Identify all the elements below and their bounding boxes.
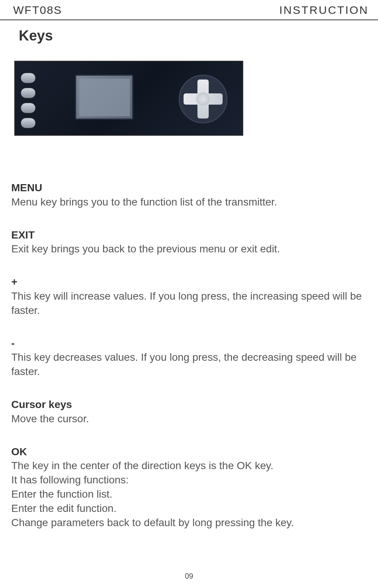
side-button-icon: [21, 118, 36, 128]
device-dpad: [179, 75, 227, 123]
section-ok-body-2: It has following functions:: [11, 473, 369, 487]
section-ok-body-5: Change parameters back to default by lon…: [11, 516, 369, 530]
section-minus: - This key decreases values. If you long…: [11, 336, 369, 379]
section-menu: MENU Menu key brings you to the function…: [11, 181, 369, 209]
section-exit-title: EXIT: [11, 228, 369, 242]
section-cursor-body: Move the cursor.: [11, 412, 369, 426]
page-content: Keys MENU Menu key brings you to the fun…: [0, 28, 378, 530]
device-photo: [14, 61, 243, 136]
section-plus: + This key will increase values. If you …: [11, 275, 369, 317]
section-ok-body-1: The key in the center of the direction k…: [11, 459, 369, 473]
section-minus-title: -: [11, 336, 369, 351]
section-ok-body-3: Enter the function list.: [11, 487, 369, 501]
section-menu-body: Menu key brings you to the function list…: [11, 195, 369, 209]
section-cursor-title: Cursor keys: [11, 398, 369, 412]
screen-content-icon: [79, 79, 130, 116]
page-number: 09: [185, 572, 193, 580]
page-header: WFT08S INSTRUCTION: [0, 0, 378, 20]
section-menu-title: MENU: [11, 181, 369, 195]
section-ok-body-4: Enter the edit function.: [11, 501, 369, 516]
section-plus-title: +: [11, 275, 369, 289]
section-cursor: Cursor keys Move the cursor.: [11, 398, 369, 426]
section-minus-body: This key decreases values. If you long p…: [11, 350, 369, 379]
section-plus-body: This key will increase values. If you lo…: [11, 289, 369, 318]
device-lcd-screen: [75, 75, 133, 120]
side-button-icon: [21, 103, 36, 113]
header-section: INSTRUCTION: [279, 4, 369, 16]
device-side-buttons: [21, 73, 36, 128]
section-exit-body: Exit key brings you back to the previous…: [11, 242, 369, 256]
section-ok-title: OK: [11, 445, 369, 459]
section-exit: EXIT Exit key brings you back to the pre…: [11, 228, 369, 256]
page-title: Keys: [19, 28, 369, 44]
side-button-icon: [21, 88, 36, 98]
header-model: WFT08S: [13, 4, 62, 16]
section-ok: OK The key in the center of the directio…: [11, 445, 369, 530]
side-button-icon: [21, 73, 36, 83]
dpad-center-icon: [196, 92, 210, 106]
